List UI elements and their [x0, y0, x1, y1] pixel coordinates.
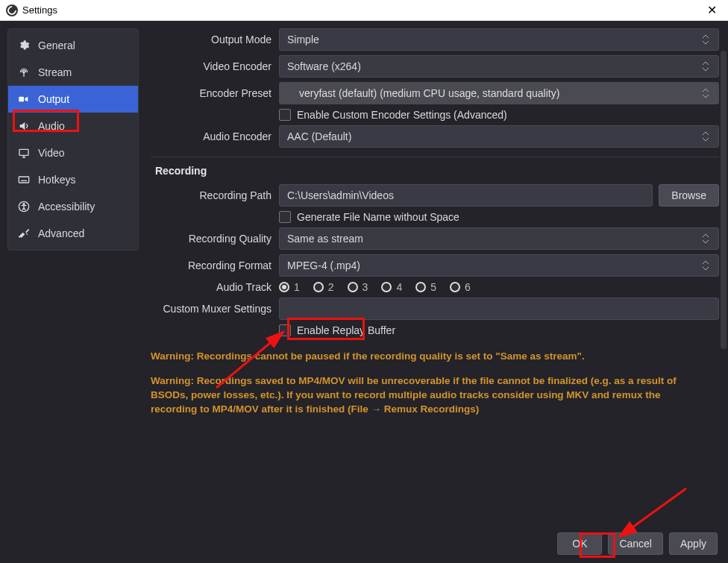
window-title: Settings: [22, 4, 57, 16]
speaker-icon: [17, 119, 31, 133]
enable-replay-checkbox[interactable]: Enable Replay Buffer: [279, 324, 395, 336]
audio-track-option[interactable]: 4: [381, 281, 402, 293]
recording-section-title: Recording: [155, 165, 719, 177]
radio-icon[interactable]: [279, 282, 289, 292]
cancel-button[interactable]: Cancel: [608, 532, 663, 555]
sidebar-item-label: Video: [38, 147, 65, 159]
stepper-icon: [702, 230, 715, 247]
svg-rect-2: [19, 149, 28, 155]
radio-icon[interactable]: [348, 282, 358, 292]
recording-format-select[interactable]: MPEG-4 (.mp4): [279, 254, 719, 277]
stepper-icon: [702, 31, 715, 48]
stepper-icon: [702, 85, 715, 101]
apply-button[interactable]: Apply: [669, 532, 718, 555]
enable-custom-encoder-checkbox[interactable]: Enable Custom Encoder Settings (Advanced…: [279, 109, 507, 121]
encoder-preset-select[interactable]: veryfast (default) (medium CPU usage, st…: [279, 82, 719, 104]
video-encoder-select[interactable]: Software (x264): [279, 55, 719, 78]
video-encoder-label: Video Encoder: [151, 60, 279, 72]
sidebar-item-label: Audio: [38, 120, 65, 132]
audio-track-group: 123456: [279, 281, 471, 293]
encoder-preset-label: Encoder Preset: [151, 87, 279, 99]
audio-track-option[interactable]: 1: [279, 281, 300, 293]
recording-path-label: Recording Path: [151, 189, 279, 201]
radio-icon[interactable]: [415, 282, 426, 292]
svg-rect-1: [19, 97, 24, 102]
sidebar-item-audio[interactable]: Audio: [8, 113, 138, 139]
output-icon: [17, 92, 31, 106]
audio-track-option[interactable]: 6: [450, 281, 471, 293]
audio-track-option[interactable]: 3: [348, 281, 368, 293]
browse-button[interactable]: Browse: [659, 184, 719, 207]
audio-track-label: Audio Track: [151, 281, 279, 293]
radio-icon[interactable]: [450, 282, 460, 292]
output-mode-label: Output Mode: [151, 34, 279, 45]
sidebar-item-label: Hotkeys: [38, 174, 76, 186]
scrollbar[interactable]: [721, 51, 727, 349]
gen-filename-checkbox[interactable]: Generate File Name without Space: [279, 211, 459, 223]
sidebar-item-stream[interactable]: Stream: [8, 59, 138, 86]
stepper-icon: [702, 58, 715, 75]
settings-content: Output Mode Simple Video Encoder: [139, 21, 728, 523]
sidebar-item-label: Accessibility: [38, 201, 95, 213]
audio-encoder-select[interactable]: AAC (Default): [279, 125, 719, 148]
gear-icon: [17, 39, 31, 52]
checkbox-icon[interactable]: [279, 211, 291, 223]
sidebar-item-output[interactable]: Output: [8, 86, 138, 113]
output-mode-select[interactable]: Simple: [279, 28, 719, 51]
monitor-icon: [17, 146, 31, 160]
stepper-icon: [702, 257, 715, 274]
sidebar-item-video[interactable]: Video: [8, 139, 138, 166]
recording-quality-select[interactable]: Same as stream: [279, 227, 719, 250]
audio-encoder-label: Audio Encoder: [151, 130, 279, 142]
checkbox-icon[interactable]: [279, 324, 291, 336]
recording-format-label: Recording Format: [151, 260, 279, 271]
keyboard-icon: [17, 173, 31, 186]
sidebar-item-label: General: [38, 40, 75, 51]
radio-icon[interactable]: [381, 282, 392, 292]
tools-icon: [17, 227, 31, 240]
app-icon: [6, 4, 18, 16]
radio-icon[interactable]: [313, 282, 324, 292]
recording-quality-label: Recording Quality: [151, 233, 279, 245]
custom-muxer-input[interactable]: [279, 298, 719, 320]
sidebar-item-general[interactable]: General: [8, 32, 138, 59]
warning-text: Warning: Recordings cannot be paused if …: [151, 350, 697, 364]
custom-muxer-label: Custom Muxer Settings: [151, 303, 279, 315]
sidebar-item-label: Advanced: [38, 227, 84, 239]
accessibility-icon: [17, 200, 31, 213]
audio-track-option[interactable]: 2: [313, 281, 334, 293]
sidebar-item-advanced[interactable]: Advanced: [8, 220, 138, 247]
checkbox-icon[interactable]: [279, 109, 291, 121]
warning-block: Warning: Recordings cannot be paused if …: [151, 350, 719, 417]
sidebar-item-accessibility[interactable]: Accessibility: [8, 193, 138, 220]
sidebar-item-hotkeys[interactable]: Hotkeys: [8, 166, 138, 193]
close-icon[interactable]: ✕: [701, 3, 722, 17]
sidebar-item-label: Stream: [38, 66, 72, 78]
dialog-footer: OK Cancel Apply: [0, 523, 728, 563]
svg-point-5: [23, 204, 25, 205]
titlebar: Settings ✕: [0, 0, 728, 21]
stepper-icon: [702, 128, 715, 145]
warning-text: Warning: Recordings saved to MP4/MOV wil…: [151, 374, 697, 417]
recording-path-input[interactable]: C:\Users\admin\Videos: [279, 184, 653, 207]
audio-track-option[interactable]: 5: [415, 281, 436, 293]
svg-rect-3: [19, 177, 28, 183]
antenna-icon: [17, 66, 31, 79]
ok-button[interactable]: OK: [557, 532, 602, 555]
sidebar: General Stream Output Audio: [7, 28, 139, 251]
sidebar-item-label: Output: [38, 93, 69, 105]
